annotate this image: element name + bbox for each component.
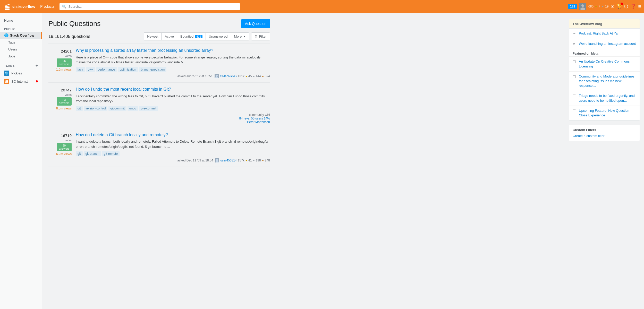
so-internal-avatar: [4, 79, 9, 84]
search-input[interactable]: [68, 5, 237, 8]
filter-bountied[interactable]: Bountied 412: [177, 33, 206, 40]
question-title[interactable]: Why is processing a sorted array faster …: [76, 48, 270, 53]
votes-label: votes: [65, 139, 72, 142]
user-gold-dot: ●: [245, 74, 247, 78]
filter-more[interactable]: More ▼: [231, 33, 249, 40]
teams-add-icon[interactable]: +: [36, 63, 40, 68]
filter-active[interactable]: Active: [162, 33, 177, 40]
question-excerpt: I want to delete a branch both locally a…: [76, 139, 270, 149]
tag-git-remote[interactable]: git-remote: [102, 151, 120, 156]
user-info: 680 ● 7 ● 19: [588, 5, 609, 8]
nav-right: ◆ 132 680 ● 7 ● 19 ✉ 🏆 ⬡ ❓ ≡: [563, 3, 641, 10]
tag-pre-commit[interactable]: pre-commit: [139, 106, 158, 111]
question-footer: asked Jun 27 '12 at 13:51 GManNickG 43: [76, 74, 270, 78]
question-title[interactable]: How do I delete a Git branch locally and…: [76, 132, 270, 138]
inbox-icon[interactable]: ✉: [611, 4, 614, 9]
user-gold-count: 45: [248, 74, 252, 78]
sidebar-item-jobs[interactable]: Jobs: [0, 53, 42, 60]
avatar[interactable]: [579, 3, 586, 10]
meta-link-1[interactable]: An Update On Creative Commons Licensing: [579, 59, 636, 68]
sidebar-item-home[interactable]: Home: [0, 17, 42, 24]
logo-overflow: overflow: [20, 4, 35, 9]
user-rep-num: 157k: [238, 159, 244, 162]
tag-version-control[interactable]: version-control: [84, 106, 108, 111]
answer-count: 83: [58, 98, 70, 101]
user-link[interactable]: Peter Mortensen: [247, 120, 270, 124]
so-internal-icon: [4, 79, 9, 84]
filter-button[interactable]: ⚙ Filter: [251, 32, 270, 40]
search-icon: 🔍: [62, 5, 66, 8]
question-title[interactable]: How do I undo the most recent local comm…: [76, 87, 270, 92]
globe-icon: 🌐: [4, 33, 9, 37]
user-link[interactable]: GManNickG: [220, 74, 236, 78]
list-item: ☰ Upcoming Feature: New Question Close E…: [569, 106, 640, 120]
user-link[interactable]: user456814: [220, 159, 236, 162]
meta-link-3[interactable]: Triage needs to be fixed urgently, and u…: [579, 93, 636, 103]
sidebar-item-tags[interactable]: Tags: [0, 39, 42, 46]
sidebar-item-pickles[interactable]: Pickles: [0, 69, 42, 77]
question-stats: 16719 votes 39 answers 6.2m views: [48, 132, 72, 163]
meta-link-4[interactable]: Upcoming Feature: New Question Close Exp…: [579, 108, 636, 118]
tag-java[interactable]: java: [76, 67, 85, 72]
custom-filters-widget: Custom Filters Create a custom filter: [569, 125, 640, 141]
tag-branch-prediction[interactable]: branch-prediction: [139, 67, 166, 72]
tag-git2[interactable]: git: [76, 151, 83, 156]
silver-count: 19: [605, 5, 608, 8]
ask-question-button[interactable]: Ask Question: [241, 19, 270, 28]
meta-link-2[interactable]: Community and Moderator guidelines for e…: [579, 74, 636, 88]
logo-svg: [4, 3, 10, 11]
sidebar-item-so-internal[interactable]: SO Internal: [0, 77, 42, 85]
review-icon[interactable]: ⬡: [624, 4, 628, 9]
table-row: 24201 votes 26 answers 1.5m views Why is…: [48, 44, 270, 83]
community-wiki-revisions[interactable]: 84 revs, 55 users 14%: [239, 117, 270, 120]
vote-count: 16719: [61, 133, 72, 138]
help-icon[interactable]: ❓: [630, 4, 636, 9]
logo-text: stackoverflow: [12, 4, 35, 9]
question-stats: 24201 votes 26 answers 1.5m views: [48, 48, 72, 78]
silver-dot: ●: [602, 5, 604, 8]
sidebar: Home PUBLIC 🌐 Stack Overflow Tags Users …: [0, 13, 42, 309]
tag-optimization[interactable]: optimization: [118, 67, 138, 72]
svg-rect-1: [5, 7, 10, 8]
views-count: 1.5m views: [56, 68, 72, 71]
blog-link-instagram[interactable]: We're launching an Instagram account: [579, 41, 636, 46]
nav-menu-icon[interactable]: ≡: [638, 4, 641, 9]
pickles-label: Pickles: [11, 71, 22, 75]
gear-icon: ⚙: [255, 35, 258, 38]
tag-undo[interactable]: undo: [128, 106, 138, 111]
rep-badge: 132: [568, 4, 577, 9]
blog-link-podcast[interactable]: Podcast: Right Back At Ya: [579, 31, 618, 36]
answers-label-text: answers: [58, 147, 70, 150]
logo-stack: stack: [12, 4, 20, 9]
user-silver-count: 444: [256, 74, 261, 78]
tag-git-branch[interactable]: git-branch: [84, 151, 101, 156]
search-container: 🔍: [60, 3, 240, 10]
notification-dot: [36, 80, 38, 82]
achievements-icon[interactable]: 🏆: [616, 4, 622, 9]
sidebar-item-users[interactable]: Users: [0, 46, 42, 53]
tag-cpp[interactable]: c++: [86, 67, 95, 72]
filter-newest[interactable]: Newest: [144, 33, 162, 40]
sidebar-item-stackoverflow[interactable]: 🌐 Stack Overflow: [0, 32, 42, 39]
user-rep: 680: [588, 5, 594, 8]
products-button[interactable]: Products: [38, 3, 56, 10]
svg-point-10: [5, 72, 6, 73]
tag-git[interactable]: git: [76, 106, 83, 111]
user-gold-count: 41: [248, 159, 252, 162]
pencil-icon-2: ✏: [573, 42, 577, 46]
site-logo[interactable]: stackoverflow: [3, 2, 35, 11]
questions-meta: 19,161,405 questions Newest Active Bount…: [48, 32, 270, 40]
table-row: 16719 votes 39 answers 6.2m views How do…: [48, 128, 270, 167]
user-rep-num: 431k: [238, 74, 244, 78]
asked-info: asked Dec 11 '09 at 18:54: [177, 159, 213, 162]
question-excerpt: I accidentally committed the wrong files…: [76, 94, 270, 104]
custom-filters-title: Custom Filters: [573, 128, 636, 132]
tag-performance[interactable]: performance: [96, 67, 117, 72]
community-wiki-label: community wiki: [239, 113, 270, 117]
gold-count: 7: [598, 5, 600, 8]
tag-git-commit[interactable]: git-commit: [108, 106, 126, 111]
right-sidebar: The Overflow Blog ✏ Podcast: Right Back …: [567, 13, 644, 309]
answers-badge: 39 answers: [57, 143, 72, 151]
create-filter-link[interactable]: Create a custom filter: [573, 134, 605, 138]
filter-unanswered[interactable]: Unanswered: [206, 33, 231, 40]
